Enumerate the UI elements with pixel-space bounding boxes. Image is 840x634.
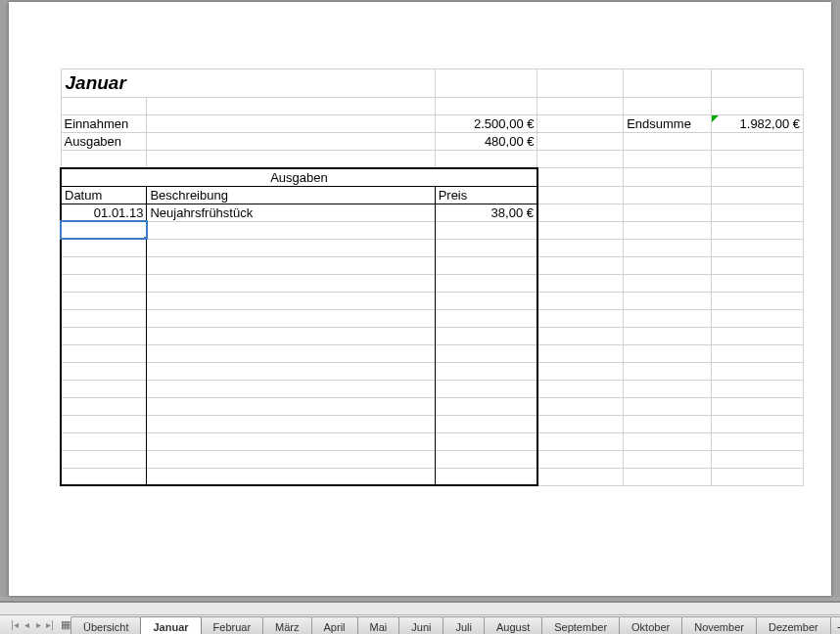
sheet-tab-januar[interactable]: Januar bbox=[140, 616, 201, 634]
spreadsheet-grid[interactable]: Januar Einnahmen 2.500,00 € Endsumme 1.9… bbox=[60, 68, 804, 486]
row-price[interactable]: 38,00 € bbox=[435, 204, 537, 221]
sheet-tab-label: Mai bbox=[370, 621, 388, 633]
sheet-tab-februar[interactable]: Februar bbox=[201, 616, 264, 634]
nav-next-icon[interactable]: ▸ bbox=[33, 618, 43, 632]
sheet-tab-november[interactable]: November bbox=[681, 616, 757, 634]
nav-last-icon[interactable]: ▸| bbox=[45, 618, 55, 632]
sheet-tab-september[interactable]: September bbox=[541, 616, 620, 634]
empty-cell[interactable] bbox=[435, 221, 537, 239]
sheet-tab-mai[interactable]: Mai bbox=[357, 616, 400, 634]
selected-cell[interactable] bbox=[61, 221, 147, 239]
document-view: Januar Einnahmen 2.500,00 € Endsumme 1.9… bbox=[0, 0, 840, 597]
sheet-tab-label: Übersicht bbox=[83, 621, 128, 633]
sheet-tab-label: Juli bbox=[455, 621, 472, 633]
total-label[interactable]: Endsumme bbox=[624, 115, 712, 133]
sheet-tab-april[interactable]: April bbox=[311, 616, 358, 634]
add-sheet-button[interactable]: + bbox=[830, 616, 840, 634]
sheet-tab-label: August bbox=[496, 621, 530, 633]
sheet-tab-oktober[interactable]: Oktober bbox=[619, 616, 682, 634]
sheet-tab-juni[interactable]: Juni bbox=[398, 616, 443, 634]
nav-first-icon[interactable]: |◂ bbox=[10, 618, 20, 632]
sheet-tab-bar: |◂ ◂ ▸ ▸| ▦ ÜbersichtJanuarFebruarMärzAp… bbox=[0, 601, 840, 634]
sheet-tab-übersicht[interactable]: Übersicht bbox=[70, 616, 141, 634]
row-desc[interactable]: Neujahrsfrühstück bbox=[147, 204, 435, 221]
month-title[interactable]: Januar bbox=[61, 69, 435, 98]
row-date[interactable]: 01.01.13 bbox=[61, 204, 147, 221]
sheet-tab-label: März bbox=[275, 621, 299, 633]
col-date-header[interactable]: Datum bbox=[61, 186, 147, 204]
sheet-tab-label: Oktober bbox=[631, 621, 670, 633]
sheet-tab-label: September bbox=[554, 621, 607, 633]
sheet-tab-label: November bbox=[694, 621, 744, 633]
col-price-header[interactable]: Preis bbox=[435, 186, 537, 204]
expenses-table-title[interactable]: Ausgaben bbox=[61, 168, 537, 187]
sheet-tab-märz[interactable]: März bbox=[262, 616, 311, 634]
income-label[interactable]: Einnahmen bbox=[61, 115, 147, 133]
expense-value[interactable]: 480,00 € bbox=[435, 133, 537, 151]
sheet-tab-label: April bbox=[324, 621, 346, 633]
income-value[interactable]: 2.500,00 € bbox=[435, 115, 537, 133]
sheet-tab-label: Dezember bbox=[769, 621, 818, 633]
page: Januar Einnahmen 2.500,00 € Endsumme 1.9… bbox=[9, 2, 831, 596]
nav-prev-icon[interactable]: ◂ bbox=[22, 618, 31, 632]
sheet-tab-label: Februar bbox=[213, 621, 252, 633]
col-desc-header[interactable]: Beschreibung bbox=[147, 186, 435, 204]
sheet-tab-juli[interactable]: Juli bbox=[443, 616, 485, 634]
total-value[interactable]: 1.982,00 € bbox=[712, 115, 804, 133]
sheet-tab-dezember[interactable]: Dezember bbox=[756, 616, 831, 634]
sheet-tab-label: Januar bbox=[153, 621, 188, 633]
sheet-tab-august[interactable]: August bbox=[484, 616, 542, 634]
empty-cell[interactable] bbox=[147, 221, 435, 239]
tab-nav-group: |◂ ◂ ▸ ▸| bbox=[4, 615, 61, 634]
sheet-tab-label: Juni bbox=[411, 621, 431, 633]
expense-label[interactable]: Ausgaben bbox=[61, 133, 147, 151]
sheet-list-icon[interactable]: ▦ bbox=[61, 615, 70, 634]
